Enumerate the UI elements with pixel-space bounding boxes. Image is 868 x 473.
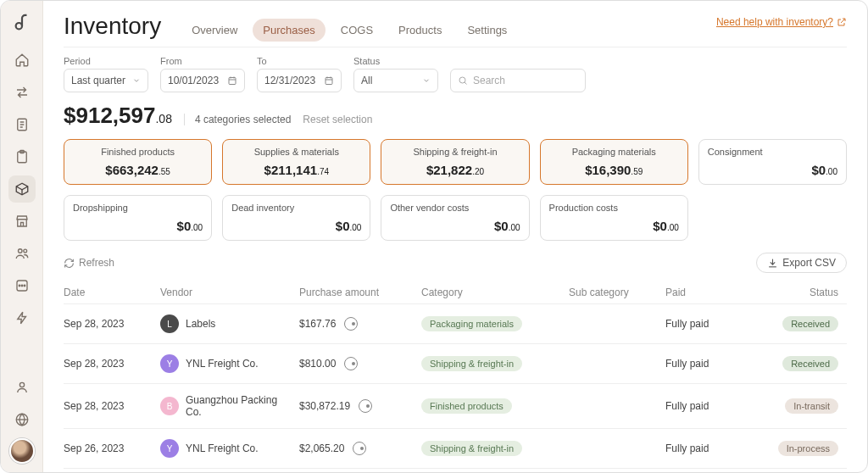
table-header-cell: Category bbox=[421, 287, 565, 298]
vendor-avatar: Y bbox=[160, 439, 179, 458]
user-avatar[interactable] bbox=[9, 438, 35, 464]
calendar-icon bbox=[324, 75, 334, 86]
chevron-down-icon bbox=[132, 76, 141, 85]
category-card[interactable]: Consignment$0.00 bbox=[698, 139, 847, 185]
svg-point-7 bbox=[19, 285, 20, 287]
svg-point-5 bbox=[23, 249, 26, 253]
cell-paid: Fully paid bbox=[665, 400, 767, 412]
vendor-avatar: Y bbox=[160, 354, 179, 373]
tab-purchases[interactable]: Purchases bbox=[253, 19, 325, 42]
svg-point-8 bbox=[21, 285, 23, 287]
category-card[interactable]: Supplies & materials$211,141.74 bbox=[222, 139, 370, 185]
category-grid: Finished products$663,242.55Supplies & m… bbox=[64, 139, 847, 241]
cell-category: Shipping & freight-in bbox=[421, 441, 565, 456]
nav-people-icon[interactable] bbox=[8, 240, 36, 267]
table-row[interactable]: Sep 28, 2023LLabels$167.76Packaging mate… bbox=[64, 303, 847, 343]
cell-vendor: BGuangzhou Packing Co. bbox=[160, 394, 296, 418]
table-row[interactable]: Sep 26, 2023YYNL Freight Co.$2,065.20Shi… bbox=[64, 428, 847, 468]
svg-point-0 bbox=[15, 23, 21, 29]
tab-overview[interactable]: Overview bbox=[181, 19, 248, 42]
cell-date: Sep 28, 2023 bbox=[64, 400, 157, 412]
category-value: $16,390.59 bbox=[585, 163, 643, 177]
tab-cogs[interactable]: COGS bbox=[331, 19, 383, 42]
svg-point-14 bbox=[459, 77, 465, 83]
table-header-cell: Status bbox=[771, 287, 838, 298]
chevron-down-icon bbox=[422, 76, 431, 85]
category-card[interactable]: Packaging materials$16,390.59 bbox=[540, 139, 688, 185]
nav-home-icon[interactable] bbox=[8, 47, 36, 74]
cell-date: Sep 26, 2023 bbox=[64, 442, 157, 454]
svg-point-9 bbox=[24, 285, 25, 287]
cell-paid: Fully paid bbox=[665, 318, 767, 330]
download-icon bbox=[767, 258, 778, 269]
category-value: $0.00 bbox=[549, 219, 679, 233]
period-select[interactable]: Last quarter bbox=[64, 69, 148, 92]
category-value: $663,242.55 bbox=[105, 163, 170, 177]
category-name: Production costs bbox=[549, 203, 679, 213]
nav-globe-icon[interactable] bbox=[8, 406, 36, 433]
export-csv-button[interactable]: Export CSV bbox=[756, 253, 847, 273]
from-date-input[interactable]: 10/01/2023 bbox=[160, 69, 245, 92]
category-value: $0.00 bbox=[390, 219, 520, 233]
help-link[interactable]: Need help with inventory? bbox=[716, 16, 847, 28]
cell-amount: $810.00 bbox=[299, 357, 418, 370]
tab-settings[interactable]: Settings bbox=[457, 19, 517, 42]
nav-bolt-icon[interactable] bbox=[8, 304, 36, 331]
table-header-cell: Paid bbox=[665, 287, 767, 298]
tab-products[interactable]: Products bbox=[388, 19, 452, 42]
table-row[interactable]: Sep 26, 2023XXiamen Manufacturing$133,29… bbox=[64, 468, 847, 472]
cell-paid: Fully paid bbox=[665, 358, 767, 370]
progress-ring-icon bbox=[359, 399, 372, 413]
table-row[interactable]: Sep 28, 2023BGuangzhou Packing Co.$30,87… bbox=[64, 383, 847, 428]
category-name: Dropshipping bbox=[73, 203, 203, 213]
cell-date: Sep 28, 2023 bbox=[64, 318, 157, 330]
nav-more-icon[interactable] bbox=[8, 272, 36, 299]
category-name: Consignment bbox=[708, 147, 837, 157]
refresh-button[interactable]: Refresh bbox=[64, 257, 114, 269]
vendor-avatar: B bbox=[160, 397, 179, 415]
cell-vendor: YYNL Freight Co. bbox=[160, 439, 296, 458]
svg-rect-12 bbox=[229, 78, 236, 85]
nav-transfers-icon[interactable] bbox=[8, 79, 36, 106]
category-card[interactable]: Production costs$0.00 bbox=[540, 195, 688, 241]
cell-status: Received bbox=[771, 316, 838, 331]
nav-store-icon[interactable] bbox=[8, 208, 36, 235]
cell-vendor: LLabels bbox=[160, 314, 296, 333]
category-card[interactable]: Dead inventory$0.00 bbox=[222, 195, 370, 241]
category-name: Dead inventory bbox=[231, 203, 361, 213]
category-name: Packaging materials bbox=[572, 147, 656, 157]
category-card[interactable]: Dropshipping$0.00 bbox=[64, 195, 212, 241]
nav-inventory-icon[interactable] bbox=[8, 175, 36, 203]
total-amount: $912,597.08 bbox=[64, 103, 172, 129]
search-icon bbox=[458, 75, 468, 86]
status-label: Status bbox=[353, 56, 438, 66]
sidebar bbox=[1, 1, 43, 472]
cell-status: Received bbox=[771, 356, 838, 371]
progress-ring-icon bbox=[353, 442, 366, 455]
category-card[interactable]: Finished products$663,242.55 bbox=[64, 139, 212, 185]
category-name: Supplies & materials bbox=[254, 147, 339, 157]
to-date-input[interactable]: 12/31/2023 bbox=[257, 69, 342, 92]
category-value: $0.00 bbox=[708, 163, 837, 177]
category-card[interactable]: Other vendor costs$0.00 bbox=[381, 195, 529, 241]
nav-user-icon[interactable] bbox=[8, 374, 36, 401]
categories-selected-text: 4 categories selected bbox=[184, 114, 291, 125]
vendor-avatar: L bbox=[160, 314, 179, 333]
page-title: Inventory bbox=[64, 13, 161, 40]
category-value: $21,822.20 bbox=[426, 163, 484, 177]
table-row[interactable]: Sep 28, 2023YYNL Freight Co.$810.00Shipp… bbox=[64, 343, 847, 383]
main-content: Inventory OverviewPurchasesCOGSProductsS… bbox=[43, 1, 867, 472]
table-header-cell: Purchase amount bbox=[299, 287, 418, 298]
category-card[interactable]: Shipping & freight-in$21,822.20 bbox=[381, 139, 529, 185]
cell-category: Finished products bbox=[421, 398, 565, 414]
refresh-icon bbox=[64, 258, 75, 269]
cell-date: Sep 28, 2023 bbox=[64, 358, 157, 370]
cell-amount: $167.76 bbox=[299, 317, 418, 331]
reset-selection-link[interactable]: Reset selection bbox=[303, 114, 372, 125]
tabs: OverviewPurchasesCOGSProductsSettings bbox=[181, 19, 517, 42]
status-select[interactable]: All bbox=[353, 69, 438, 92]
nav-receipt-icon[interactable] bbox=[8, 111, 36, 138]
progress-ring-icon bbox=[344, 357, 358, 370]
nav-clipboard-icon[interactable] bbox=[8, 143, 36, 170]
search-input[interactable]: Search bbox=[450, 69, 586, 92]
